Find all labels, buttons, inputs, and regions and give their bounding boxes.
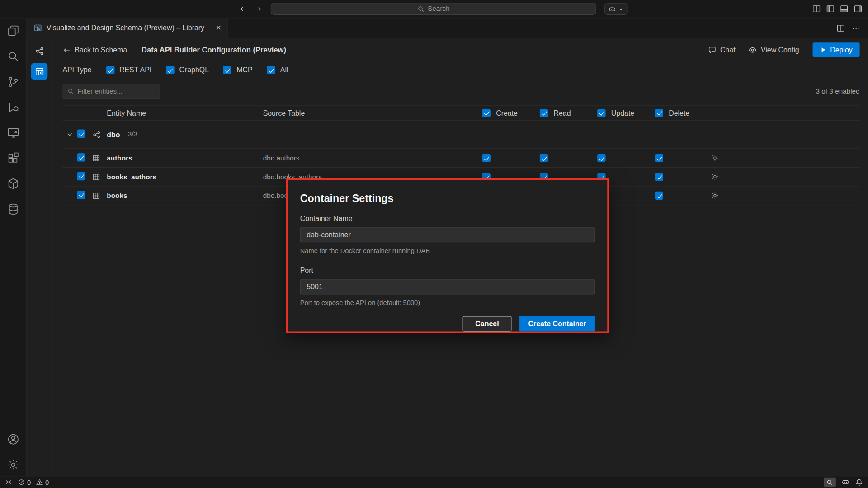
checkbox-all[interactable] [267, 66, 275, 74]
tab-bar: Visualize and Design Schema (Preview) – … [27, 18, 868, 38]
remote-window-icon[interactable] [6, 126, 19, 139]
warning-count: 0 [45, 479, 49, 486]
status-bar: 0 0 [0, 476, 868, 488]
api-type-row: API Type REST API GraphQL MCP [62, 62, 859, 77]
vscode-window: Search [0, 0, 868, 488]
copilot-menu-button[interactable] [604, 3, 627, 15]
checkbox-delete-all[interactable] [655, 109, 663, 117]
container-name-help: Name for the Docker container running DA… [300, 247, 595, 254]
container-settings-dialog: Container Settings Container Name Name f… [286, 178, 609, 333]
api-type-option-mcp[interactable]: MCP [223, 66, 253, 74]
eye-icon [749, 46, 757, 54]
split-editor-icon[interactable] [836, 23, 845, 33]
global-search-input[interactable]: Search [271, 3, 596, 15]
chevron-down-icon [618, 6, 624, 12]
view-config-label: View Config [761, 46, 799, 54]
settings-gear-icon[interactable] [6, 458, 19, 471]
arrow-left-icon [62, 46, 71, 54]
checkbox-entity[interactable] [77, 172, 85, 180]
row-settings-button[interactable] [711, 173, 719, 181]
checkbox-delete[interactable] [655, 154, 663, 162]
cancel-button[interactable]: Cancel [462, 316, 512, 331]
chat-label: Chat [720, 46, 736, 54]
toggle-sidebar-left-icon[interactable] [826, 5, 835, 14]
run-debug-icon[interactable] [6, 101, 19, 114]
chevron-down-icon[interactable] [66, 131, 74, 138]
deploy-button[interactable]: Deploy [812, 42, 860, 57]
container-cube-icon[interactable] [6, 177, 19, 190]
nav-back-icon[interactable] [239, 5, 247, 13]
checkbox-create-all[interactable] [482, 109, 491, 117]
row-settings-button[interactable] [711, 154, 719, 162]
more-actions-icon[interactable]: ⋯ [852, 23, 861, 33]
entity-name: books [107, 192, 263, 199]
chat-button[interactable]: Chat [708, 46, 736, 54]
checkbox-update[interactable] [597, 154, 605, 162]
accounts-icon[interactable] [6, 433, 19, 446]
title-bar: Search [0, 0, 868, 18]
toggle-sidebar-right-icon[interactable] [854, 5, 863, 14]
tab-schema-designer[interactable]: Visualize and Design Schema (Preview) – … [27, 18, 228, 38]
chat-icon [708, 46, 716, 54]
update-header-label: Update [611, 109, 634, 117]
close-tab-icon[interactable]: ✕ [216, 24, 222, 32]
entity-name: authors [107, 154, 263, 162]
play-icon [820, 47, 826, 53]
checkbox-mcp[interactable] [223, 66, 231, 74]
api-type-option-rest[interactable]: REST API [106, 66, 152, 74]
source-table-header: Source Table [263, 109, 479, 117]
problems-indicator[interactable]: 0 0 [18, 479, 49, 486]
checkbox-create[interactable] [482, 154, 491, 162]
entity-name: books_authors [107, 173, 263, 181]
copilot-session-icon [609, 5, 616, 13]
checkbox-read[interactable] [540, 154, 548, 162]
back-to-schema-label: Back to Schema [75, 46, 127, 54]
create-container-button[interactable]: Create Container [519, 316, 595, 331]
dab-config-icon[interactable] [31, 63, 48, 80]
search-sidebar-icon[interactable] [6, 50, 19, 63]
checkbox-entity[interactable] [77, 191, 85, 199]
copilot-status-icon[interactable] [841, 478, 849, 486]
remote-indicator-icon[interactable] [5, 479, 12, 486]
notifications-bell-icon[interactable] [855, 479, 863, 486]
tab-title: Visualize and Design Schema (Preview) – … [47, 24, 204, 32]
group-count: 3/3 [128, 131, 137, 138]
checkbox-group-dbo[interactable] [77, 130, 85, 138]
explorer-icon[interactable] [6, 24, 19, 38]
rest-api-label: REST API [119, 66, 151, 74]
dialog-title: Container Settings [300, 192, 595, 205]
page-title: Data API Builder Configuration (Preview) [142, 46, 286, 54]
search-icon [417, 5, 425, 13]
zoom-indicator[interactable] [824, 478, 836, 487]
enabled-summary: 3 of 3 enabled [816, 87, 860, 95]
api-type-option-graphql[interactable]: GraphQL [166, 66, 209, 74]
container-name-input[interactable] [300, 227, 595, 242]
checkbox-entity[interactable] [77, 153, 85, 161]
port-label: Port [300, 266, 595, 274]
checkbox-delete[interactable] [655, 192, 663, 200]
extensions-icon[interactable] [6, 152, 19, 165]
graphql-label: GraphQL [179, 66, 209, 74]
source-control-icon[interactable] [6, 75, 19, 89]
database-icon[interactable] [6, 202, 19, 216]
toggle-panel-icon[interactable] [840, 5, 849, 14]
row-settings-button[interactable] [711, 192, 719, 200]
table-grid-icon [92, 192, 107, 199]
checkbox-read-all[interactable] [540, 109, 548, 117]
checkbox-graphql[interactable] [166, 66, 174, 74]
checkbox-delete[interactable] [655, 173, 663, 181]
checkbox-rest-api[interactable] [106, 66, 114, 74]
port-input[interactable] [300, 279, 595, 294]
checkbox-update-all[interactable] [597, 109, 605, 117]
customize-layout-icon[interactable] [812, 5, 821, 14]
designer-toolbar [27, 38, 53, 476]
error-count: 0 [27, 479, 31, 486]
nav-forward-icon[interactable] [254, 5, 262, 13]
deploy-label: Deploy [830, 46, 853, 54]
filter-entities-input[interactable] [77, 87, 155, 95]
read-header-label: Read [553, 109, 571, 117]
schema-visualize-icon[interactable] [31, 42, 48, 59]
api-type-option-all[interactable]: All [267, 66, 288, 74]
back-to-schema-link[interactable]: Back to Schema [62, 46, 127, 54]
view-config-button[interactable]: View Config [749, 46, 799, 54]
